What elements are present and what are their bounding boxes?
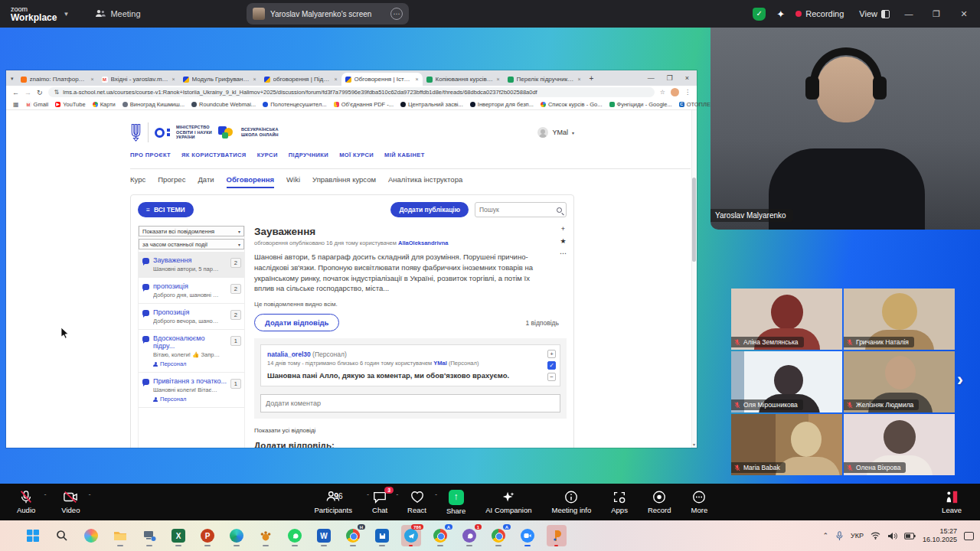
- browser-tab-2[interactable]: MВхідні - yaroslav.malyarenko2×: [98, 73, 179, 86]
- audio-chevron-icon[interactable]: ˆ: [44, 493, 47, 500]
- nav-yak-korystuvatysia[interactable]: ЯК КОРИСТУВАТИСЯ: [181, 152, 247, 158]
- chrome-profile-a-app[interactable]: A: [430, 525, 450, 546]
- minimize-button[interactable]: —: [900, 9, 917, 18]
- tab-upravlinnia[interactable]: Управління курсом: [312, 175, 376, 188]
- reply-collapse-icon[interactable]: −: [547, 373, 556, 381]
- notification-center-icon[interactable]: [964, 532, 974, 540]
- browser-close-button[interactable]: ×: [685, 74, 689, 82]
- device-manager-app[interactable]: [139, 525, 159, 546]
- reply-plus-icon[interactable]: +: [547, 350, 556, 358]
- react-button[interactable]: React ˆ: [407, 490, 426, 515]
- nav-mii-kabinet[interactable]: МІЙ КАБІНЕТ: [384, 152, 425, 158]
- meeting-info-button[interactable]: Meeting info: [551, 490, 591, 515]
- edge-app[interactable]: [227, 525, 247, 546]
- viber-app[interactable]: 1: [459, 525, 479, 546]
- more-button[interactable]: More: [691, 490, 708, 515]
- star-icon[interactable]: ★: [560, 238, 566, 245]
- nav-pro-proekt[interactable]: ПРО ПРОЄКТ: [130, 152, 171, 158]
- bookmark-gmail[interactable]: MGmail: [26, 101, 49, 108]
- participant-tile-6[interactable]: Олена Віхрова: [844, 414, 955, 475]
- video-button[interactable]: Video ˆ: [61, 490, 80, 514]
- tab-meeting[interactable]: Meeting: [95, 9, 140, 18]
- react-chevron-icon[interactable]: ˆ: [435, 493, 437, 500]
- chrome-profile-h-app[interactable]: H: [343, 525, 363, 546]
- page-scrollbar[interactable]: ▾: [691, 110, 697, 448]
- whatsapp-app[interactable]: [285, 525, 305, 546]
- chevron-down-icon[interactable]: ▼: [63, 11, 69, 18]
- ai-companion-button[interactable]: AI Companion: [485, 490, 531, 515]
- backup-app[interactable]: [372, 525, 392, 546]
- add-reply-button[interactable]: Додати відповідь: [254, 314, 339, 331]
- close-tab-icon[interactable]: ×: [253, 77, 256, 82]
- browser-minimize-button[interactable]: —: [648, 74, 655, 82]
- video-chevron-icon[interactable]: ˆ: [89, 493, 91, 500]
- bookmark-roundcube[interactable]: Roundcube Webmai...: [191, 101, 256, 108]
- view-button[interactable]: View: [859, 9, 890, 18]
- address-bar[interactable]: ⇅ lms.a-school.net.ua/courses/course-v1:…: [48, 87, 655, 97]
- speaker-video-tile[interactable]: Yaroslav Malyarenko: [710, 28, 980, 230]
- active-doc-app[interactable]: [547, 525, 567, 546]
- forward-icon[interactable]: →: [24, 89, 31, 96]
- close-tab-icon[interactable]: ×: [415, 77, 418, 82]
- topic-item-5[interactable]: Привітання з початко... Шановні колеги! …: [139, 373, 244, 408]
- audio-button[interactable]: Audio ˆ: [17, 490, 35, 514]
- participant-tile-3[interactable]: Оля Мірошникова: [731, 351, 842, 412]
- chat-button[interactable]: 3 Chat ˆ: [372, 490, 387, 515]
- record-button[interactable]: Record: [648, 490, 671, 515]
- close-tab-icon[interactable]: ×: [90, 77, 93, 82]
- topic-item-3[interactable]: Пропозиція Доброго вечора, шановні а... …: [139, 304, 244, 330]
- tray-mic-icon[interactable]: [835, 531, 844, 541]
- browser-tab-1[interactable]: znaimo: Платформа про здор×: [17, 73, 98, 86]
- scroll-down-icon[interactable]: ▾: [691, 442, 697, 447]
- topic-item-4[interactable]: Вдосконалюємо підру... Вітаю, колеги! 👍 …: [139, 330, 244, 373]
- tab-search-icon[interactable]: ▾: [11, 76, 14, 82]
- chat-chevron-icon[interactable]: ˆ: [396, 493, 398, 500]
- tab-obhovorennia[interactable]: Обговорення: [227, 175, 275, 188]
- search-button[interactable]: [52, 525, 72, 546]
- endorse-check-icon[interactable]: ✓: [547, 361, 556, 370]
- nav-kursy[interactable]: КУРСИ: [257, 152, 278, 158]
- all-topics-button[interactable]: ≡ ВСІ ТЕМИ: [138, 202, 194, 217]
- filter-show-select[interactable]: Показати всі повідомлення▾: [139, 226, 244, 236]
- next-participants-icon[interactable]: ›: [957, 369, 963, 390]
- chrome-profile-a2-app[interactable]: A: [488, 525, 508, 546]
- close-tab-icon[interactable]: ×: [496, 77, 499, 82]
- browser-tab-7[interactable]: Перелік підручників 4, 6, 7, 9×: [504, 73, 585, 86]
- bookmark-tsentralnyi[interactable]: Центральний засві...: [400, 101, 463, 108]
- participants-chevron-icon[interactable]: ˆ: [367, 493, 369, 500]
- tab-wiki[interactable]: Wiki: [286, 175, 300, 188]
- follow-plus-icon[interactable]: +: [561, 226, 565, 233]
- browser-profile-avatar[interactable]: [671, 88, 679, 96]
- participant-tile-1[interactable]: Аліна Землянська: [731, 289, 842, 350]
- bookmark-pdf[interactable]: Об'єднання PDF -...: [334, 101, 394, 108]
- participant-tile-2[interactable]: Гричаник Наталія: [844, 289, 955, 350]
- battery-icon[interactable]: [904, 533, 916, 540]
- post-menu-icon[interactable]: ⋯: [560, 250, 567, 257]
- tab-daty[interactable]: Дати: [198, 175, 214, 188]
- tray-expand-icon[interactable]: ⌃: [822, 532, 828, 540]
- close-button[interactable]: ✕: [956, 9, 972, 19]
- participants-button[interactable]: 96 Participants ˆ: [314, 490, 352, 515]
- close-tab-icon[interactable]: ×: [172, 77, 175, 82]
- powerpoint-app[interactable]: P: [198, 525, 217, 546]
- wifi-icon[interactable]: [871, 532, 880, 540]
- add-post-button[interactable]: Додати публікацію: [390, 202, 469, 217]
- browser-tab-4[interactable]: обговорення | Підрозділ1 | К×: [260, 73, 341, 86]
- search-input[interactable]: [479, 206, 557, 214]
- participant-tile-5[interactable]: Maria Babak: [731, 414, 842, 475]
- filter-sort-select[interactable]: за часом останньої події▾: [139, 239, 244, 249]
- excel-app[interactable]: X: [168, 525, 188, 546]
- zoom-app[interactable]: [518, 525, 537, 546]
- forum-search[interactable]: [475, 202, 567, 217]
- reload-icon[interactable]: ↻: [37, 89, 43, 96]
- browser-tab-active[interactable]: Обговорення | Історія Украї×: [341, 73, 423, 86]
- scrollbar-thumb[interactable]: [692, 178, 696, 262]
- apps-button[interactable]: Apps: [611, 490, 628, 515]
- close-tab-icon[interactable]: ×: [334, 77, 337, 82]
- show-all-replies-link[interactable]: Показати усі відповіді: [254, 427, 567, 434]
- security-shield-icon[interactable]: ✓: [753, 8, 766, 21]
- bookmark-invertory[interactable]: Інвертори для безп...: [470, 101, 534, 108]
- close-tab-icon[interactable]: ×: [577, 77, 580, 82]
- browser-menu-icon[interactable]: ⋮: [684, 89, 691, 96]
- apps-grid-icon[interactable]: ▦: [13, 101, 19, 108]
